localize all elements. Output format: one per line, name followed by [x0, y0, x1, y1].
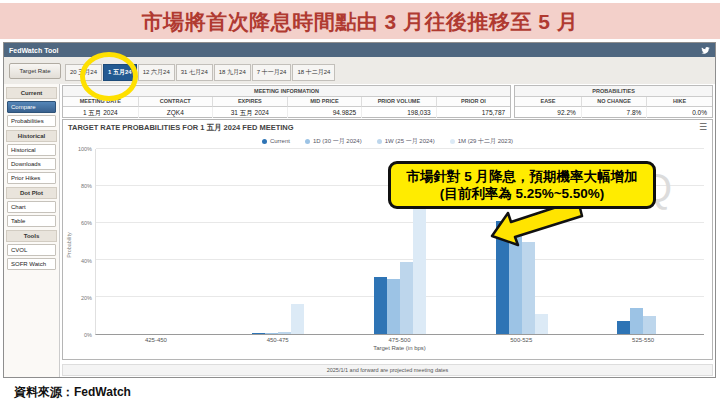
bar[interactable] [617, 321, 630, 334]
tab-18-sep-24[interactable]: 18 九月24 [214, 64, 251, 81]
bar[interactable] [496, 221, 509, 334]
main-content: MEETING INFORMATION MEETING DATE CONTRAC… [60, 84, 715, 377]
bar-group [96, 149, 218, 334]
y-axis: Probability 0% 20% 40% 60% 80% 100% [65, 149, 95, 335]
legend-item-1m[interactable]: 1M (29 十二月 2023) [450, 137, 513, 146]
y-tick: 80% [81, 183, 92, 189]
sidebar-item-compare[interactable]: Compare [7, 101, 56, 113]
chart-title: TARGET RATE PROBABILITIES FOR 1 五月 2024 … [68, 123, 294, 133]
val-meeting-date: 1 五月 2024 [63, 107, 138, 118]
y-tick: 40% [81, 258, 92, 264]
y-tick: 20% [81, 295, 92, 301]
bar[interactable] [509, 234, 522, 334]
sidebar: Current Compare Probabilities Historical… [4, 84, 60, 377]
legend-dot-1d [305, 139, 310, 144]
bar[interactable] [643, 316, 656, 335]
target-rate-button[interactable]: Target Rate [9, 63, 61, 79]
legend-item-1w[interactable]: 1W (25 一月 2024) [377, 137, 435, 146]
x-tick-label: 425-450 [95, 335, 217, 343]
headline-title: 市場將首次降息時間點由 3 月往後推移至 5 月 [0, 3, 720, 40]
bar[interactable] [630, 308, 643, 334]
sidebar-section-historical: Historical [6, 130, 57, 142]
source-caption: 資料來源：FedWatch [14, 384, 131, 401]
y-tick: 0% [84, 332, 92, 338]
val-expires: 31 五月 2024 [212, 107, 287, 118]
col-hike: HIKE [646, 97, 712, 107]
chart-panel: TARGET RATE PROBABILITIES FOR 1 五月 2024 … [62, 119, 713, 360]
tab-18-dec-24[interactable]: 18 十二月24 [292, 64, 335, 81]
legend-item-current[interactable]: Current [262, 138, 290, 144]
page: 市場將首次降息時間點由 3 月往後推移至 5 月 FedWatch Tool T… [0, 0, 720, 405]
sidebar-item-table[interactable]: Table [7, 215, 56, 227]
x-labels: 425-450450-475475-500500-525525-550 [95, 335, 704, 343]
bar[interactable] [374, 277, 387, 334]
sidebar-item-sofr-watch[interactable]: SOFR Watch [7, 258, 56, 270]
sidebar-item-probabilities[interactable]: Probabilities [7, 115, 56, 127]
probabilities-title: PROBABILITIES [515, 86, 712, 97]
val-prior-volume: 198,033 [361, 107, 436, 118]
x-axis-title: Target Rate (in bps) [95, 345, 704, 351]
x-tick-label: 475-500 [339, 335, 461, 343]
val-mid-price: 94.9825 [287, 107, 362, 118]
legend-item-1d[interactable]: 1D (30 一月 2024) [305, 137, 362, 146]
sidebar-item-prior-hikes[interactable]: Prior Hikes [7, 172, 56, 184]
col-expires: EXPIRES [212, 97, 287, 107]
sidebar-section-tools: Tools [6, 230, 57, 242]
callout-line-2: (目前利率為 5.25%~5.50%) [395, 185, 649, 202]
val-no-change: 7.8% [581, 107, 647, 118]
sidebar-item-historical[interactable]: Historical [7, 144, 56, 156]
bar[interactable] [252, 333, 265, 334]
val-ease: 92.2% [515, 107, 581, 118]
bar[interactable] [265, 333, 278, 334]
window-body: Current Compare Probabilities Historical… [4, 84, 715, 377]
x-tick-label: 525-550 [582, 335, 704, 343]
twitter-icon[interactable] [701, 46, 710, 55]
window-title: FedWatch Tool [9, 47, 58, 54]
bar[interactable] [291, 304, 304, 334]
val-hike: 0.0% [646, 107, 712, 118]
sidebar-section-current: Current [6, 87, 57, 99]
col-mid-price: MID PRICE [287, 97, 362, 107]
chart-legend: Current 1D (30 一月 2024) 1W (25 一月 2024) … [63, 135, 712, 147]
sidebar-item-chart[interactable]: Chart [7, 201, 56, 213]
col-prior-volume: PRIOR VOLUME [361, 97, 436, 107]
val-prior-oi: 175,787 [436, 107, 511, 118]
x-tick-label: 500-525 [460, 335, 582, 343]
tab-12-jun-24[interactable]: 12 六月24 [138, 64, 175, 81]
hamburger-icon[interactable]: ☰ [699, 123, 707, 132]
y-tick: 60% [81, 220, 92, 226]
tab-7-nov-24[interactable]: 7 十一月24 [252, 64, 292, 81]
highlight-circle [80, 52, 138, 101]
bar[interactable] [535, 314, 548, 334]
bar[interactable] [522, 242, 535, 335]
bar[interactable] [400, 262, 413, 334]
bar-group [218, 149, 340, 334]
bar[interactable] [387, 279, 400, 335]
meeting-info-columns: MEETING DATE CONTRACT EXPIRES MID PRICE … [63, 97, 510, 107]
annotation-callout: 市場針對 5 月降息，預期機率大幅增加 (目前利率為 5.25%~5.50%) [388, 161, 656, 209]
col-contract: CONTRACT [138, 97, 213, 107]
col-prior-oi: PRIOR OI [436, 97, 511, 107]
probabilities-table: PROBABILITIES EASE NO CHANGE HIKE 92.2% … [514, 85, 713, 118]
y-tick: 100% [78, 146, 92, 152]
col-no-change: NO CHANGE [581, 97, 647, 107]
headline-banner: 市場將首次降息時間點由 3 月往後推移至 5 月 [0, 3, 720, 39]
legend-dot-current [262, 139, 267, 144]
y-axis-title: Probability [66, 232, 72, 258]
legend-dot-1w [377, 139, 382, 144]
meeting-info-values: 1 五月 2024 ZQK4 31 五月 2024 94.9825 198,03… [63, 107, 510, 118]
sidebar-section-dot-plot: Dot Plot [6, 187, 57, 199]
probabilities-columns: EASE NO CHANGE HIKE [515, 97, 712, 107]
val-contract: ZQK4 [138, 107, 213, 118]
sidebar-item-downloads[interactable]: Downloads [7, 158, 56, 170]
col-ease: EASE [515, 97, 581, 107]
chart-panel-header: TARGET RATE PROBABILITIES FOR 1 五月 2024 … [63, 120, 712, 135]
sidebar-item-cvol[interactable]: CVOL [7, 244, 56, 256]
callout-line-1: 市場針對 5 月降息，預期機率大幅增加 [395, 168, 649, 185]
tab-31-jul-24[interactable]: 31 七月24 [176, 64, 213, 81]
bar[interactable] [278, 332, 291, 334]
legend-dot-1m [450, 139, 455, 144]
bar[interactable] [413, 201, 426, 334]
probabilities-values: 92.2% 7.8% 0.0% [515, 107, 712, 118]
x-tick-label: 450-475 [217, 335, 339, 343]
